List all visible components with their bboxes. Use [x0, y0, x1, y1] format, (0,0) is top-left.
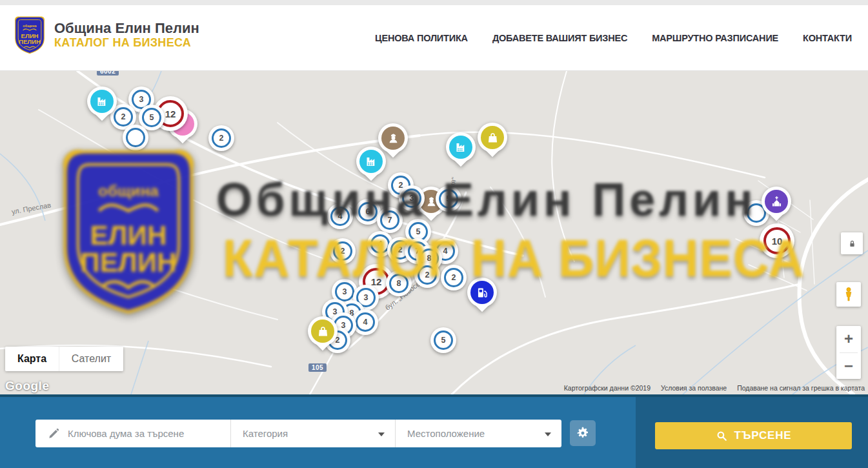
attribution-item[interactable]: Подаване на сигнал за грешка в картата [737, 384, 865, 392]
pin-head [762, 187, 791, 216]
map-attribution: Картографски данни ©2019Условия за ползв… [564, 384, 865, 392]
keyword-input[interactable] [66, 427, 217, 440]
pin-head [87, 86, 117, 116]
cluster-marker[interactable]: 5 [430, 327, 456, 353]
attribution-item: Картографски данни ©2019 [564, 384, 651, 392]
category-select[interactable]: Категория [230, 420, 395, 447]
lock-control-button[interactable] [841, 232, 863, 254]
watermark-title: Община Елин Пелин [216, 173, 757, 226]
keyword-field[interactable] [35, 420, 230, 447]
road-badge: 105 [308, 363, 327, 372]
pegman-icon [841, 287, 856, 302]
advanced-search-button[interactable] [570, 420, 596, 446]
search-fields: Категория Местоположение [35, 420, 561, 447]
google-logo[interactable]: Google [5, 379, 49, 393]
church-pin-marker[interactable] [762, 187, 791, 227]
cluster-marker[interactable]: 2 [208, 125, 234, 151]
nav-item[interactable]: ДОБАВЕТЕ ВАШИЯТ БИЗНЕС [492, 33, 627, 43]
cluster-marker[interactable]: 4 [352, 309, 378, 335]
svg-text:община: община [98, 182, 159, 199]
map-type-satellite-button[interactable]: Сателит [59, 347, 123, 371]
municipality-logo-icon: община ЕЛИН ПЕЛИН [13, 14, 46, 56]
nav-item[interactable]: КОНТАКТИ [803, 33, 852, 43]
search-bar: ТЪРСЕНЕ Категория Местоположение [0, 394, 868, 468]
site-title: Община Елин Пелин [54, 20, 199, 36]
search-button[interactable]: ТЪРСЕНЕ [655, 422, 852, 449]
factory-icon [454, 141, 468, 154]
site-subtitle: КАТАЛОГ НА БИЗНЕСА [54, 36, 199, 50]
header: община ЕЛИН ПЕЛИН Община Елин Пелин КАТА… [0, 5, 868, 71]
watermark-subtitle: КАТАЛОГ НА БИЗНЕСА [223, 228, 805, 289]
chevron-down-icon [545, 432, 551, 436]
brand-text: Община Елин Пелин КАТАЛОГ НА БИЗНЕСА [54, 20, 199, 50]
map-type-map-button[interactable]: Карта [5, 347, 59, 371]
svg-text:ЕЛИН: ЕЛИН [90, 220, 167, 250]
brand[interactable]: община ЕЛИН ПЕЛИН Община Елин Пелин КАТА… [13, 14, 199, 56]
worker-icon [387, 132, 400, 145]
zoom-out-button[interactable]: − [836, 353, 861, 380]
pin-head [356, 147, 386, 176]
factory-icon [96, 95, 109, 108]
map-canvas[interactable]: 6002105ул. Преславбул. „Новоселция“12325… [0, 71, 868, 394]
pin-head [308, 316, 338, 346]
pin-head [446, 132, 476, 162]
search-icon [716, 430, 728, 442]
svg-text:ПЕЛИН: ПЕЛИН [19, 38, 41, 45]
bag-pin-marker[interactable] [308, 316, 338, 356]
factory-pin-marker[interactable] [446, 132, 476, 172]
street-view-pegman-button[interactable] [836, 282, 861, 307]
factory-icon [365, 155, 378, 168]
lock-icon [847, 239, 857, 249]
watermark-logo-icon: община ЕЛИН ПЕЛИН [55, 139, 202, 323]
factory-pin-marker[interactable] [87, 86, 117, 127]
attribution-item[interactable]: Условия за ползване [661, 384, 727, 392]
search-bar-right-panel: ТЪРСЕНЕ [636, 397, 868, 468]
pin-head [478, 123, 507, 152]
pencil-icon [47, 427, 60, 440]
svg-text:община: община [23, 24, 37, 28]
svg-text:ПЕЛИН: ПЕЛИН [80, 247, 176, 278]
road-badge: 6002 [97, 71, 119, 76]
category-select-label: Категория [243, 428, 288, 439]
zoom-in-button[interactable]: + [836, 326, 861, 352]
bag-pin-marker[interactable] [478, 123, 507, 163]
church-icon [770, 195, 783, 209]
shopping-bag-icon [316, 325, 330, 338]
main-nav: ЦЕНОВА ПОЛИТИКАДОБАВЕТЕ ВАШИЯТ БИЗНЕСМАР… [375, 5, 852, 71]
location-select-label: Местоположение [407, 428, 485, 439]
street-label: ул. Преслав [11, 201, 52, 216]
nav-item[interactable]: МАРШРУТНО РАЗПИСАНИЕ [652, 33, 778, 43]
search-button-label: ТЪРСЕНЕ [734, 429, 792, 442]
chevron-down-icon [378, 432, 385, 436]
nav-item[interactable]: ЦЕНОВА ПОЛИТИКА [375, 33, 468, 43]
map-type-control: Карта Сателит [5, 347, 123, 371]
zoom-control: + − [836, 326, 861, 379]
location-select[interactable]: Местоположение [395, 420, 561, 447]
gear-icon [576, 426, 590, 440]
shopping-bag-icon [486, 131, 500, 145]
